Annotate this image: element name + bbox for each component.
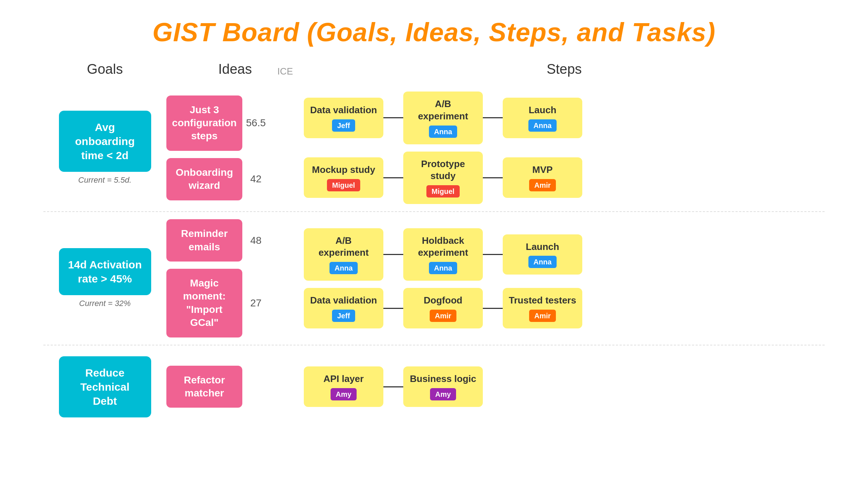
step-dogfood: Dogfood Amir (403, 288, 483, 328)
idea-card-config: Just 3 configuration steps (166, 95, 242, 151)
idea-card-reminder: Reminder emails (166, 219, 242, 262)
step-launch-1: Lauch Anna (503, 98, 582, 138)
ice-header: ICE (277, 66, 293, 77)
step-trusted-testers: Trusted testers Amir (503, 288, 582, 328)
idea-item-2: Onboarding wizard 42 (166, 158, 266, 200)
goals-header: Goals (43, 61, 166, 77)
goal-cell-3: Reduce Technical Debt (43, 345, 166, 428)
step-mockup-study: Mockup study Miguel (304, 157, 383, 198)
data-rows: Avg onboarding time < 2d Current = 5.5d.… (43, 84, 825, 428)
idea-card-wizard: Onboarding wizard (166, 158, 242, 200)
idea-item-4: Magic moment: "Import GCal" 27 (166, 269, 266, 337)
badge-amir-2: Amir (430, 310, 456, 322)
goal-note-1: Current = 5.5d. (78, 175, 131, 185)
step-data-validation-1: Data validation Jeff (304, 98, 383, 138)
badge-amy-2: Amy (430, 388, 456, 400)
goal-cell-2: 14d Activation rate > 45% Current = 32% (43, 212, 166, 344)
score-magic: 27 (246, 297, 266, 309)
ideas-cell-1: Just 3 configuration steps 56.5 Onboardi… (166, 84, 304, 211)
step-chain-5: API layer Amy Business logic Amy (304, 366, 825, 407)
badge-miguel-1: Miguel (327, 179, 360, 191)
idea-item-3: Reminder emails 48 (166, 219, 266, 262)
board-container: Goals Ideas ICE Steps Avg onboarding tim… (0, 61, 868, 428)
connector-4b (483, 308, 503, 309)
connector-1a (383, 117, 403, 118)
goal-card-3: Reduce Technical Debt (59, 356, 151, 417)
score-wizard: 42 (246, 173, 266, 185)
section-onboarding: Avg onboarding time < 2d Current = 5.5d.… (43, 84, 825, 211)
idea-card-refactor: Refactor matcher (166, 366, 242, 408)
idea-item-1: Just 3 configuration steps 56.5 (166, 95, 266, 151)
page-title: GIST Board (Goals, Ideas, Steps, and Tas… (0, 0, 868, 61)
step-ab-experiment-1: A/B experiment Anna (403, 92, 483, 144)
badge-anna-4: Anna (429, 262, 457, 274)
goal-cell-1: Avg onboarding time < 2d Current = 5.5d. (43, 84, 166, 211)
step-chain-3: A/B experiment Anna Holdback experiment … (304, 228, 825, 281)
goal-note-2: Current = 32% (79, 299, 131, 308)
badge-anna-1: Anna (429, 126, 457, 138)
ideas-cell-3: Refactor matcher (166, 345, 304, 428)
step-mvp: MVP Amir (503, 157, 582, 198)
connector-1b (483, 117, 503, 118)
headers-row: Goals Ideas ICE Steps (43, 61, 825, 77)
section-activation: 14d Activation rate > 45% Current = 32% … (43, 211, 825, 344)
step-chain-1: Data validation Jeff A/B experiment Anna… (304, 92, 825, 144)
step-launch-2: Launch Anna (503, 234, 582, 275)
step-ab-experiment-2: A/B experiment Anna (304, 228, 383, 281)
steps-header: Steps (304, 61, 825, 77)
step-prototype-study: Prototype study Miguel (403, 152, 483, 204)
ideas-cell-2: Reminder emails 48 Magic moment: "Import… (166, 212, 304, 344)
connector-5a (383, 386, 403, 387)
goal-card-2: 14d Activation rate > 45% (59, 248, 151, 295)
badge-anna-3: Anna (329, 262, 358, 274)
step-holdback: Holdback experiment Anna (403, 228, 483, 281)
badge-jeff-2: Jeff (332, 310, 355, 322)
badge-amy-1: Amy (331, 388, 356, 400)
steps-cell-2: A/B experiment Anna Holdback experiment … (304, 212, 825, 344)
steps-cell-1: Data validation Jeff A/B experiment Anna… (304, 84, 825, 211)
ideas-header: Ideas ICE (166, 61, 304, 77)
connector-4a (383, 308, 403, 309)
connector-2a (383, 177, 403, 178)
idea-card-magic: Magic moment: "Import GCal" (166, 269, 242, 337)
step-business-logic: Business logic Amy (403, 366, 483, 407)
badge-anna-5: Anna (528, 256, 557, 268)
steps-cell-3: API layer Amy Business logic Amy (304, 345, 825, 428)
step-chain-4: Data validation Jeff Dogfood Amir Truste… (304, 288, 825, 328)
step-chain-2: Mockup study Miguel Prototype study Migu… (304, 152, 825, 204)
badge-miguel-2: Miguel (426, 185, 459, 197)
badge-amir-1: Amir (529, 179, 556, 191)
connector-3a (383, 254, 403, 255)
score-config: 56.5 (246, 117, 266, 129)
badge-jeff-1: Jeff (332, 119, 355, 132)
badge-anna-2: Anna (528, 119, 557, 132)
goal-card-1: Avg onboarding time < 2d (59, 111, 151, 172)
score-reminder: 48 (246, 235, 266, 246)
connector-3b (483, 254, 503, 255)
step-data-validation-2: Data validation Jeff (304, 288, 383, 328)
step-api-layer: API layer Amy (304, 366, 383, 407)
section-tech-debt: Reduce Technical Debt Refactor matcher A… (43, 345, 825, 428)
badge-amir-3: Amir (529, 310, 556, 322)
idea-item-5: Refactor matcher (166, 366, 266, 408)
connector-2b (483, 177, 503, 178)
